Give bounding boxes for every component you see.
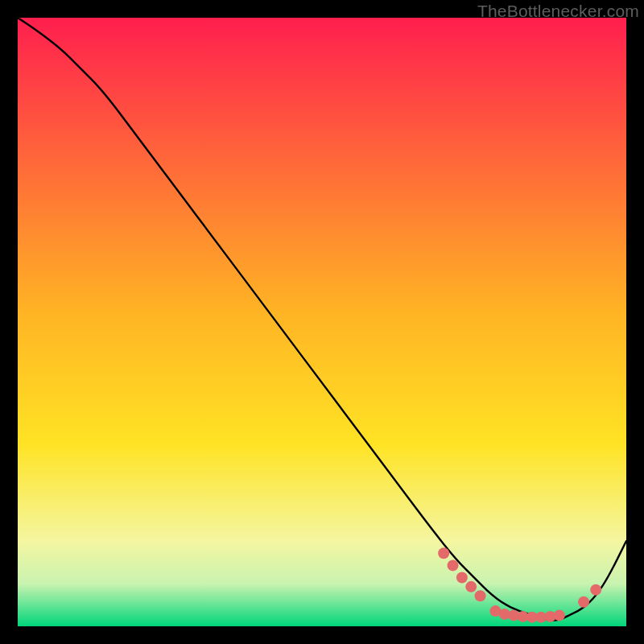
marker-dot: [554, 609, 565, 621]
marker-dot: [590, 584, 601, 596]
chart-svg: [18, 18, 626, 626]
marker-dot: [456, 572, 468, 584]
marker-dot: [475, 590, 486, 601]
marker-dot: [465, 581, 477, 592]
marker-dot: [438, 547, 449, 559]
marker-dot: [448, 559, 459, 571]
plot-area: [18, 18, 626, 626]
gradient-background: [18, 18, 626, 626]
marker-dot: [578, 597, 589, 608]
chart-stage: TheBottlenecker.com: [0, 0, 644, 644]
